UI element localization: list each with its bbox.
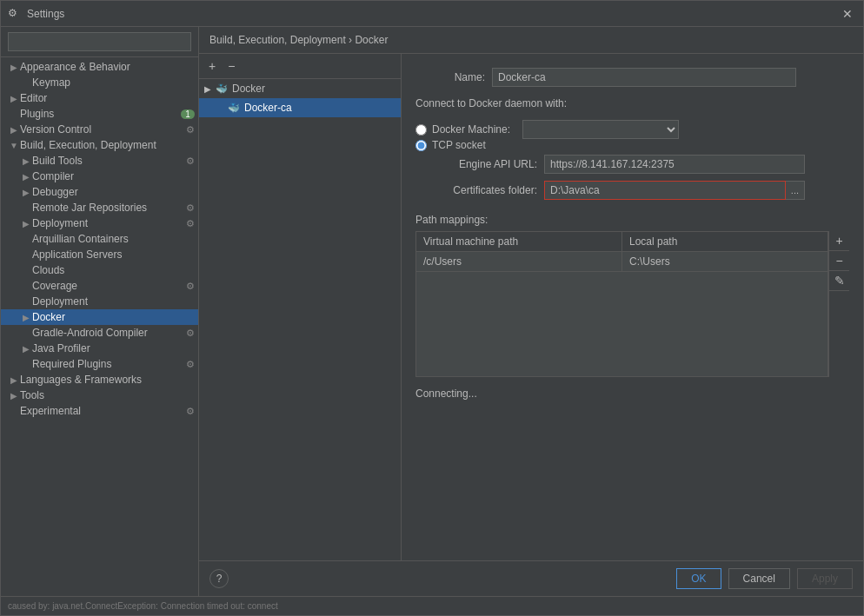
docker-root-label: Docker	[232, 83, 265, 95]
bottom-right: OK Cancel Apply	[676, 568, 853, 589]
help-button[interactable]: ?	[209, 569, 229, 588]
tcp-options: Engine API URL: Certificates folder: ...	[433, 155, 849, 200]
gear-icon: ⚙	[186, 281, 195, 292]
add-mapping-button[interactable]: +	[829, 231, 849, 251]
gear-icon: ⚙	[186, 328, 195, 339]
sidebar: ▶ Appearance & Behavior Keymap ▶ Editor …	[1, 27, 199, 596]
sidebar-item-deployment2[interactable]: Deployment	[1, 294, 198, 309]
cert-folder-row: Certificates folder: ...	[433, 181, 849, 200]
sidebar-item-label: Plugins	[20, 108, 181, 120]
sidebar-item-java-profiler[interactable]: ▶ Java Profiler	[1, 341, 198, 356]
add-docker-button[interactable]: +	[204, 57, 220, 75]
sidebar-item-label: Experimental	[20, 405, 186, 417]
collapse-arrow: ▶	[8, 391, 20, 401]
sidebar-item-compiler[interactable]: ▶ Compiler	[1, 169, 198, 184]
collapse-arrow: ▶	[20, 188, 32, 197]
docker-panel: + − ▶ 🐳 Docker 🐳 Docker-ca	[199, 54, 402, 560]
sidebar-item-tools[interactable]: ▶ Tools	[1, 387, 198, 403]
sidebar-item-label: Remote Jar Repositories	[32, 202, 186, 214]
radio-group: Docker Machine: TCP socket	[415, 116, 849, 210]
sidebar-item-keymap[interactable]: Keymap	[1, 75, 198, 90]
sidebar-item-experimental[interactable]: Experimental ⚙	[1, 403, 198, 419]
table-row[interactable]: /c/Users C:\Users	[416, 252, 827, 272]
sidebar-item-label: Required Plugins	[32, 358, 186, 370]
edit-mapping-button[interactable]: ✎	[829, 271, 849, 291]
sidebar-item-label: Tools	[20, 389, 198, 401]
docker-machine-select[interactable]	[522, 120, 679, 139]
sidebar-item-label: Build, Execution, Deployment	[20, 139, 198, 151]
gear-icon: ⚙	[186, 359, 195, 370]
status-bar: caused by: java.net.ConnectException: Co…	[1, 596, 863, 615]
vm-path-header: Virtual machine path	[416, 232, 622, 251]
sidebar-item-version-control[interactable]: ▶ Version Control ⚙	[1, 122, 198, 137]
tcp-socket-label: TCP socket	[432, 139, 486, 151]
name-label: Name:	[415, 71, 485, 83]
engine-api-input[interactable]	[544, 155, 805, 174]
sidebar-item-app-servers[interactable]: Application Servers	[1, 247, 198, 262]
remove-docker-button[interactable]: −	[223, 57, 239, 75]
sidebar-item-debugger[interactable]: ▶ Debugger	[1, 184, 198, 200]
sidebar-item-label: Version Control	[20, 123, 186, 136]
search-box	[1, 27, 198, 57]
cert-browse-button[interactable]: ...	[786, 181, 805, 200]
sidebar-item-required-plugins[interactable]: Required Plugins ⚙	[1, 356, 198, 372]
plugin-badge: 1	[181, 109, 195, 119]
cert-folder-label: Certificates folder:	[433, 184, 537, 196]
sidebar-item-label: Deployment	[32, 217, 186, 229]
title-bar: ⚙ Settings ✕	[1, 1, 863, 27]
search-input[interactable]	[8, 32, 191, 51]
close-button[interactable]: ✕	[839, 5, 856, 23]
sidebar-item-languages[interactable]: ▶ Languages & Frameworks	[1, 372, 198, 387]
sidebar-item-label: Java Profiler	[32, 342, 198, 354]
collapse-arrow: ▶	[20, 219, 32, 229]
gear-icon: ⚙	[186, 202, 195, 214]
main-panel: Build, Execution, Deployment › Docker + …	[199, 27, 863, 596]
tcp-socket-radio[interactable]	[415, 140, 427, 151]
sidebar-item-plugins[interactable]: Plugins 1	[1, 106, 198, 122]
sidebar-item-build-execution[interactable]: ▼ Build, Execution, Deployment	[1, 137, 198, 153]
center-content: + − ▶ 🐳 Docker 🐳 Docker-ca	[199, 54, 863, 560]
docker-machine-row: Docker Machine:	[415, 120, 849, 139]
breadcrumb-path: Build, Execution, Deployment	[209, 34, 346, 46]
settings-panel: Name: Connect to Docker daemon with: Doc…	[402, 54, 863, 560]
cert-input-wrap: ...	[544, 181, 805, 200]
collapse-arrow: ▶	[8, 63, 20, 72]
sidebar-item-build-tools[interactable]: ▶ Build Tools ⚙	[1, 153, 198, 169]
docker-ca-label: Docker-ca	[244, 102, 292, 114]
path-table: Virtual machine path Local path /c/Users…	[415, 231, 828, 377]
name-input[interactable]	[492, 68, 796, 87]
local-path-header: Local path	[622, 232, 827, 251]
sidebar-item-appearance[interactable]: ▶ Appearance & Behavior	[1, 59, 198, 75]
cancel-button[interactable]: Cancel	[728, 568, 790, 589]
sidebar-item-clouds[interactable]: Clouds	[1, 262, 198, 278]
sidebar-item-coverage[interactable]: Coverage ⚙	[1, 278, 198, 294]
docker-ca-item[interactable]: 🐳 Docker-ca	[199, 98, 401, 117]
collapse-arrow: ▶	[20, 313, 32, 322]
remove-mapping-button[interactable]: −	[829, 251, 849, 271]
table-header: Virtual machine path Local path	[416, 232, 827, 252]
ok-button[interactable]: OK	[676, 568, 721, 589]
docker-tree: ▶ 🐳 Docker 🐳 Docker-ca	[199, 79, 401, 560]
collapse-arrow: ▶	[20, 156, 32, 166]
collapse-arrow: ▶	[204, 84, 215, 94]
apply-button[interactable]: Apply	[797, 568, 853, 589]
sidebar-item-gradle-android[interactable]: Gradle-Android Compiler ⚙	[1, 325, 198, 341]
bottom-left: ?	[209, 569, 229, 588]
gear-icon: ⚙	[186, 156, 195, 167]
sidebar-item-editor[interactable]: ▶ Editor	[1, 90, 198, 106]
docker-machine-radio[interactable]	[415, 124, 427, 136]
cert-folder-input[interactable]	[544, 181, 786, 200]
sidebar-tree: ▶ Appearance & Behavior Keymap ▶ Editor …	[1, 57, 198, 596]
sidebar-item-remote-jar[interactable]: Remote Jar Repositories ⚙	[1, 200, 198, 215]
sidebar-item-deployment[interactable]: ▶ Deployment ⚙	[1, 215, 198, 231]
tcp-socket-row: TCP socket	[415, 139, 849, 151]
path-mappings: Path mappings: Virtual machine path Loca…	[415, 214, 849, 377]
gear-icon: ⚙	[186, 124, 195, 136]
status-bar-text: caused by: java.net.ConnectException: Co…	[8, 601, 278, 611]
collapse-arrow: ▶	[20, 344, 32, 354]
sidebar-item-docker[interactable]: ▶ Docker	[1, 309, 198, 325]
docker-root-item[interactable]: ▶ 🐳 Docker	[199, 79, 401, 98]
sidebar-item-arquillian[interactable]: Arquillian Containers	[1, 231, 198, 247]
docker-machine-label: Docker Machine:	[432, 123, 510, 136]
sidebar-item-label: Keymap	[32, 76, 198, 89]
